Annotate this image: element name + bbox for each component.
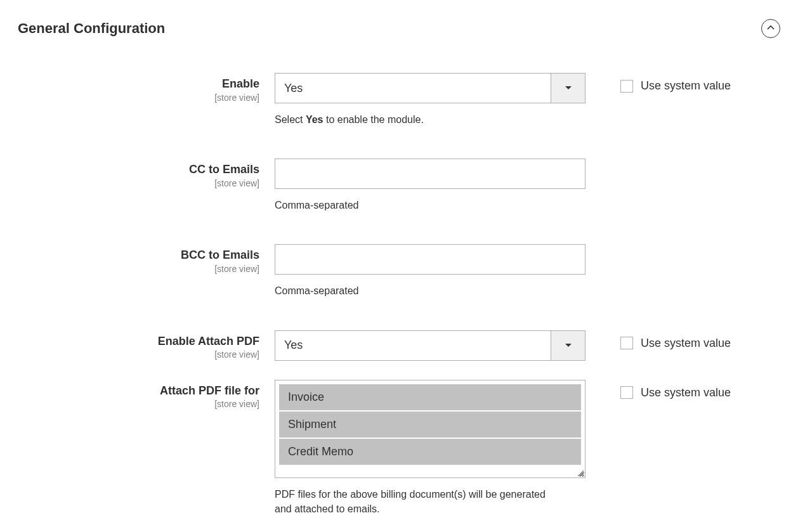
field-scope: [store view] [18, 349, 259, 360]
helper-text-attach-for: PDF files for the above billing document… [275, 487, 554, 516]
system-column: Use system value [585, 73, 731, 93]
label-column: Attach PDF file for [store view] [18, 380, 275, 410]
label-column: CC to Emails [store view] [18, 159, 275, 188]
helper-text-cc: Comma-separated [275, 198, 585, 212]
label-column: Enable Attach PDF [store view] [18, 330, 275, 360]
system-column: Use system value [585, 380, 731, 399]
field-label-attach-pdf: Enable Attach PDF [18, 335, 259, 349]
label-column: BCC to Emails [store view] [18, 244, 275, 274]
multiselect-option-invoice[interactable]: Invoice [279, 384, 581, 410]
input-column: Yes [275, 330, 585, 361]
enable-select[interactable]: Yes [275, 73, 585, 103]
field-row-enable: Enable [store view] Yes Select Yes to en… [0, 73, 798, 127]
use-system-value-label[interactable]: Use system value [641, 337, 731, 350]
chevron-down-icon [551, 74, 585, 103]
section-header: General Configuration [0, 0, 798, 38]
chevron-up-icon [766, 23, 775, 34]
attach-pdf-select[interactable]: Yes [275, 330, 585, 361]
field-row-attach-for: Attach PDF file for [store view] Invoice… [0, 380, 798, 516]
field-scope: [store view] [18, 178, 259, 188]
use-system-value-label[interactable]: Use system value [641, 79, 731, 93]
use-system-value-checkbox-attach-for[interactable] [620, 386, 633, 399]
select-value: Yes [275, 82, 551, 95]
field-row-attach-pdf: Enable Attach PDF [store view] Yes Use s… [0, 330, 798, 361]
collapse-toggle-button[interactable] [761, 19, 780, 38]
multiselect-option-shipment[interactable]: Shipment [279, 412, 581, 438]
attach-for-multiselect[interactable]: Invoice Shipment Credit Memo [275, 380, 585, 478]
field-scope: [store view] [18, 264, 259, 274]
input-column: Comma-separated [275, 159, 585, 212]
field-label-enable: Enable [18, 77, 259, 91]
use-system-value-label[interactable]: Use system value [641, 386, 731, 399]
field-label-bcc: BCC to Emails [18, 249, 259, 263]
field-row-cc: CC to Emails [store view] Comma-separate… [0, 159, 798, 212]
field-scope: [store view] [18, 93, 259, 103]
resize-handle-icon [576, 469, 584, 476]
multiselect-option-credit-memo[interactable]: Credit Memo [279, 439, 581, 465]
field-label-cc: CC to Emails [18, 163, 259, 177]
select-value: Yes [275, 339, 551, 352]
use-system-value-checkbox-enable[interactable] [620, 80, 633, 93]
system-column: Use system value [585, 330, 731, 350]
input-column: Yes Select Yes to enable the module. [275, 73, 585, 127]
use-system-value-checkbox-attach-pdf[interactable] [620, 337, 633, 349]
field-row-bcc: BCC to Emails [store view] Comma-separat… [0, 244, 798, 298]
chevron-down-icon [551, 331, 585, 360]
bcc-emails-input[interactable] [275, 244, 585, 275]
input-column: Invoice Shipment Credit Memo PDF files f… [275, 380, 585, 516]
helper-text-enable: Select Yes to enable the module. [275, 112, 585, 127]
field-label-attach-for: Attach PDF file for [18, 384, 259, 398]
helper-text-bcc: Comma-separated [275, 283, 585, 298]
field-scope: [store view] [18, 399, 259, 409]
cc-emails-input[interactable] [275, 159, 585, 189]
section-title: General Configuration [18, 20, 165, 37]
label-column: Enable [store view] [18, 73, 275, 103]
input-column: Comma-separated [275, 244, 585, 298]
